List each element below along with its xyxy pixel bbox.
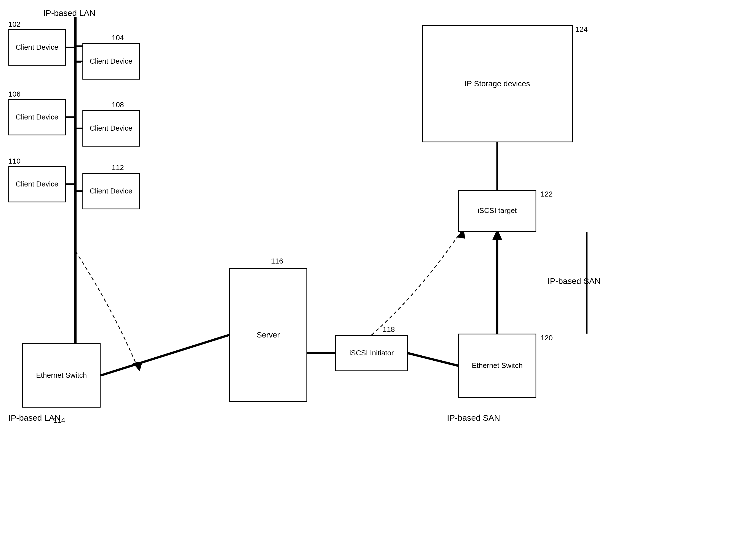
ip-based-lan-bottom-label: IP-based LAN [8, 413, 61, 423]
server-116: Server [229, 268, 307, 402]
ip-based-san-right-label: IP-based SAN [548, 276, 601, 286]
ref-102: 102 [8, 20, 20, 29]
ref-104: 104 [112, 33, 124, 42]
iscsi-initiator-118: iSCSI Initiator [335, 335, 408, 371]
svg-line-12 [408, 353, 458, 366]
ref-110: 110 [8, 157, 20, 166]
client-device-104: Client Device [82, 43, 140, 80]
client-device-112: Client Device [82, 173, 140, 209]
connections-svg [0, 0, 735, 560]
client-device-110: Client Device [8, 166, 66, 202]
client-device-106: Client Device [8, 99, 66, 135]
iscsi-target-122: iSCSI target [458, 190, 536, 232]
ref-106: 106 [8, 90, 20, 99]
ethernet-switch-120: Ethernet Switch [458, 334, 536, 398]
svg-line-10 [101, 335, 229, 375]
ip-based-lan-top-label: IP-based LAN [43, 8, 95, 18]
ref-124: 124 [576, 25, 588, 34]
ref-120: 120 [541, 334, 553, 342]
ref-112: 112 [112, 163, 124, 172]
ip-storage-124: IP Storage devices [422, 25, 573, 142]
ip-based-san-bottom-label: IP-based SAN [447, 413, 500, 423]
client-device-108: Client Device [82, 110, 140, 147]
ref-118: 118 [383, 325, 395, 334]
diagram: IP-based LAN Client Device 102 Client De… [0, 0, 735, 560]
ref-122: 122 [541, 190, 553, 198]
ethernet-switch-114: Ethernet Switch [22, 343, 101, 408]
ref-108: 108 [112, 100, 124, 109]
svg-marker-16 [133, 362, 142, 371]
ref-116: 116 [271, 257, 283, 265]
client-device-102: Client Device [8, 29, 66, 66]
